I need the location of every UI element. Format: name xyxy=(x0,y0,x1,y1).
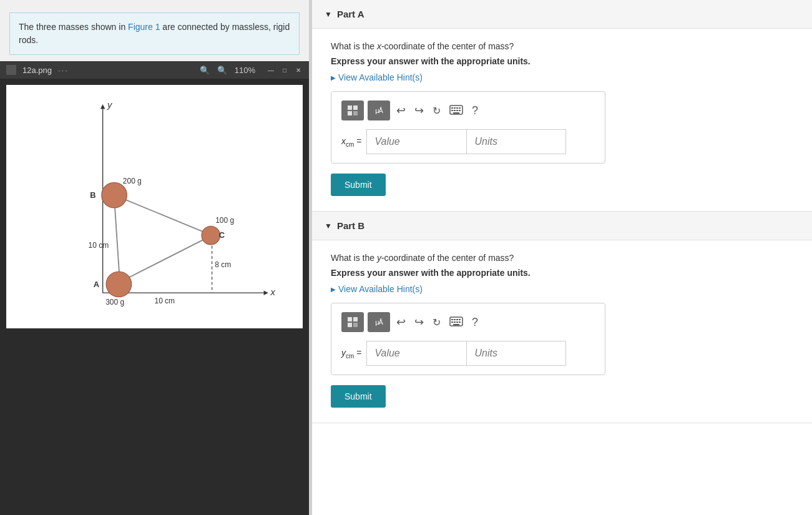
part-a-value-input[interactable] xyxy=(366,129,466,154)
svg-text:10 cm: 10 cm xyxy=(89,241,109,250)
svg-text:A: A xyxy=(94,280,99,289)
viewer-controls: 🔍 🔍 110% xyxy=(200,66,255,75)
svg-rect-34 xyxy=(459,110,461,111)
part-a-section: ▼ Part A What is the x-coordinate of the… xyxy=(312,0,812,212)
svg-rect-41 xyxy=(451,319,453,320)
diagram-area: y x A 300 g B 200 g xyxy=(6,85,303,328)
part-b-chevron[interactable]: ▼ xyxy=(325,222,332,230)
part-a-hint[interactable]: View Available Hint(s) xyxy=(331,72,793,82)
menu-dots[interactable]: ··· xyxy=(58,66,69,75)
part-b-var-italic: y xyxy=(377,253,381,263)
zoom-in-icon[interactable]: 🔍 xyxy=(217,66,227,75)
part-b-question: What is the y-coordinate of the center o… xyxy=(331,253,793,263)
keyboard-button-b[interactable] xyxy=(447,315,466,330)
part-a-label: Part A xyxy=(337,9,364,19)
part-a-content: What is the x-coordinate of the center o… xyxy=(312,29,812,211)
svg-rect-36 xyxy=(348,317,352,321)
info-box: The three masses shown in Figure 1 are c… xyxy=(9,12,300,55)
svg-rect-45 xyxy=(451,321,453,323)
svg-rect-47 xyxy=(456,321,458,323)
svg-rect-25 xyxy=(353,111,358,115)
refresh-button-b[interactable]: ↻ xyxy=(430,315,443,330)
minimize-button[interactable]: — xyxy=(267,66,275,74)
grid-button-a[interactable] xyxy=(341,101,364,120)
mu-label-a: μÅ xyxy=(375,107,383,114)
svg-rect-32 xyxy=(454,110,456,111)
part-a-submit[interactable]: Submit xyxy=(331,174,386,196)
help-button-a[interactable]: ? xyxy=(469,103,481,119)
svg-text:x: x xyxy=(270,287,276,297)
part-b-label: Part B xyxy=(337,220,364,231)
info-text: The three masses shown in xyxy=(19,22,128,32)
redo-button-b[interactable]: ↪ xyxy=(412,314,426,330)
right-panel: ▼ Part A What is the x-coordinate of the… xyxy=(312,0,812,515)
svg-rect-44 xyxy=(459,319,461,320)
part-b-submit[interactable]: Submit xyxy=(331,385,386,408)
svg-text:8 cm: 8 cm xyxy=(215,260,231,269)
svg-rect-29 xyxy=(456,107,458,109)
diagram-svg: y x A 300 g B 200 g xyxy=(19,97,290,316)
mu-label-b: μÅ xyxy=(375,319,383,326)
part-a-question: What is the x-coordinate of the center o… xyxy=(331,41,793,51)
part-b-header: ▼ Part B xyxy=(312,212,812,240)
svg-rect-39 xyxy=(353,323,358,327)
part-a-units-input[interactable] xyxy=(466,129,566,154)
svg-line-9 xyxy=(117,196,209,234)
mu-button-a[interactable]: μÅ xyxy=(368,101,390,120)
svg-text:300 g: 300 g xyxy=(105,298,124,307)
part-a-header: ▼ Part A xyxy=(312,0,812,29)
svg-rect-49 xyxy=(453,324,459,325)
svg-rect-23 xyxy=(353,105,358,110)
part-b-var-label: ycm = xyxy=(341,348,361,360)
part-b-content: What is the y-coordinate of the center o… xyxy=(312,240,812,423)
figure-link[interactable]: Figure 1 xyxy=(128,22,160,32)
part-a-answer-box: μÅ ↩ ↪ ↻ xyxy=(331,91,605,164)
svg-text:B: B xyxy=(90,190,95,200)
part-a-var-italic: x xyxy=(377,41,381,51)
grid-button-b[interactable] xyxy=(341,312,364,332)
part-b-answer-box: μÅ ↩ ↪ ↻ xyxy=(331,303,605,375)
svg-rect-37 xyxy=(353,317,358,321)
svg-rect-42 xyxy=(454,319,456,320)
part-a-input-row: xcm = xyxy=(341,129,595,154)
refresh-button-a[interactable]: ↻ xyxy=(430,104,443,118)
filename: 12a.png xyxy=(22,66,52,75)
left-panel: The three masses shown in Figure 1 are c… xyxy=(0,0,309,515)
svg-point-16 xyxy=(202,226,220,244)
svg-rect-48 xyxy=(459,321,461,323)
part-b-toolbar: μÅ ↩ ↪ ↻ xyxy=(341,312,595,332)
part-b-hint[interactable]: View Available Hint(s) xyxy=(331,284,793,294)
svg-marker-3 xyxy=(100,104,105,109)
part-b-units-input[interactable] xyxy=(466,341,566,366)
part-a-toolbar: μÅ ↩ ↪ ↻ xyxy=(341,101,595,120)
zoom-level: 110% xyxy=(235,66,255,75)
svg-rect-22 xyxy=(348,105,352,110)
svg-rect-43 xyxy=(456,319,458,320)
svg-text:y: y xyxy=(107,100,113,110)
svg-point-13 xyxy=(102,182,127,208)
svg-rect-46 xyxy=(454,321,456,323)
help-button-b[interactable]: ? xyxy=(469,315,481,330)
part-b-value-input[interactable] xyxy=(366,341,466,366)
undo-button-b[interactable]: ↩ xyxy=(394,314,408,330)
svg-rect-35 xyxy=(453,112,459,114)
redo-button-a[interactable]: ↪ xyxy=(412,102,426,119)
svg-rect-31 xyxy=(451,110,453,111)
svg-marker-1 xyxy=(264,290,268,295)
svg-rect-28 xyxy=(454,107,456,109)
svg-line-8 xyxy=(121,237,210,282)
part-a-var-label: xcm = xyxy=(341,136,361,148)
mu-button-b[interactable]: μÅ xyxy=(368,312,390,332)
viewer-titlebar: 12a.png ··· 🔍 🔍 110% — □ ✕ xyxy=(0,61,309,79)
part-b-section: ▼ Part B What is the y-coordinate of the… xyxy=(312,212,812,423)
window-buttons: — □ ✕ xyxy=(267,66,303,74)
svg-rect-27 xyxy=(451,107,453,109)
keyboard-button-a[interactable] xyxy=(447,104,466,118)
undo-button-a[interactable]: ↩ xyxy=(394,102,408,119)
svg-text:C: C xyxy=(219,230,225,240)
zoom-out-icon[interactable]: 🔍 xyxy=(200,66,210,75)
close-button[interactable]: ✕ xyxy=(294,66,303,74)
maximize-button[interactable]: □ xyxy=(280,66,289,74)
part-a-chevron[interactable]: ▼ xyxy=(325,10,332,19)
svg-rect-24 xyxy=(348,111,352,115)
